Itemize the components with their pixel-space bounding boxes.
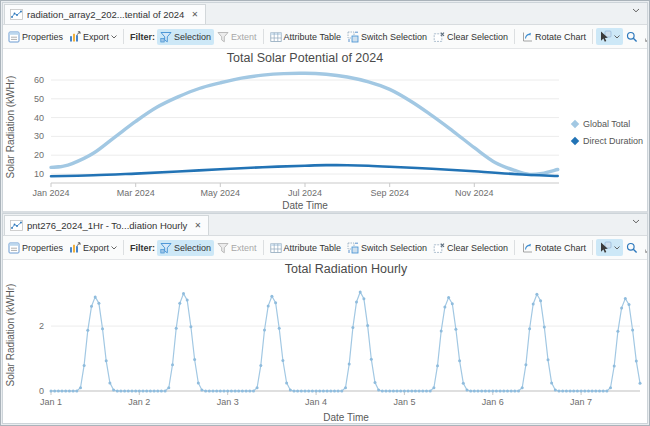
data-point-marker: [510, 390, 513, 393]
data-point-marker: [370, 358, 373, 361]
x-tick-label: Jan 3: [217, 397, 239, 407]
data-point-marker: [123, 390, 126, 393]
rotate-chart-icon: [521, 242, 533, 254]
chevron-down-icon[interactable]: [632, 219, 640, 224]
data-point-marker: [149, 390, 152, 393]
data-point-marker: [145, 390, 148, 393]
close-icon[interactable]: ✕: [194, 221, 201, 230]
expand-arrows-icon: [644, 242, 647, 254]
rotate-chart-button[interactable]: Rotate Chart: [518, 29, 589, 45]
data-point-marker: [414, 390, 417, 393]
data-point-marker: [116, 390, 119, 393]
attribute-table-button[interactable]: Attribute Table: [267, 29, 344, 45]
data-point-marker: [226, 390, 229, 393]
filter-selection-button[interactable]: Selection: [157, 29, 214, 45]
y-tick-label: 0: [39, 386, 44, 396]
data-point-marker: [532, 303, 535, 306]
data-point-marker: [234, 390, 237, 393]
data-point-marker: [469, 390, 472, 393]
y-tick-label: 30: [34, 131, 44, 141]
attribute-table-button[interactable]: Attribute Table: [267, 240, 344, 256]
data-point-marker: [293, 390, 296, 393]
toolbar-separator: [123, 240, 124, 255]
data-point-marker: [337, 390, 340, 393]
data-point-marker: [554, 389, 557, 392]
data-point-marker: [466, 389, 469, 392]
data-point-marker: [344, 386, 347, 389]
zoom-mode-button[interactable]: [623, 240, 641, 256]
data-point-marker: [477, 390, 480, 393]
data-point-marker: [326, 390, 329, 393]
clear-selection-icon: [433, 31, 445, 43]
properties-button[interactable]: Properties: [5, 240, 66, 256]
export-icon: [69, 31, 81, 43]
zoom-mode-button[interactable]: [623, 29, 641, 45]
y-tick-label: 20: [34, 150, 44, 160]
data-point-marker: [403, 390, 406, 393]
data-point-marker: [267, 304, 270, 307]
switch-selection-icon: [347, 31, 359, 43]
switch-selection-button[interactable]: Switch Selection: [344, 240, 430, 256]
close-icon[interactable]: ✕: [191, 10, 198, 19]
clear-selection-button[interactable]: Clear Selection: [430, 240, 511, 256]
export-button[interactable]: Export: [66, 240, 120, 256]
data-point-marker: [580, 390, 583, 393]
data-point-marker: [407, 390, 410, 393]
data-point-marker: [256, 386, 259, 389]
data-point-marker: [396, 390, 399, 393]
rotate-chart-button[interactable]: Rotate Chart: [518, 240, 589, 256]
extent-funnel-icon: [217, 242, 229, 254]
legend-item-direct-duration[interactable]: Direct Duration: [572, 136, 643, 146]
data-point-marker: [274, 301, 277, 304]
data-point-marker: [499, 390, 502, 393]
chevron-down-icon[interactable]: [632, 8, 640, 13]
filter-selection-button[interactable]: Selection: [157, 240, 214, 256]
data-point-marker: [635, 360, 638, 363]
data-point-marker: [270, 295, 273, 298]
data-point-marker: [454, 328, 457, 331]
legend-item-global-total[interactable]: Global Total: [572, 119, 643, 129]
select-mode-button[interactable]: [596, 28, 623, 45]
data-point-marker: [50, 390, 53, 393]
toolbar-separator: [123, 29, 124, 44]
data-point-marker: [591, 390, 594, 393]
data-point-marker: [186, 299, 189, 302]
data-point-marker: [237, 390, 240, 393]
data-point-marker: [410, 390, 413, 393]
filter-extent-button[interactable]: Extent: [214, 29, 260, 45]
switch-selection-button[interactable]: Switch Selection: [344, 29, 430, 45]
data-point-marker: [569, 390, 572, 393]
full-extent-button[interactable]: [641, 29, 647, 45]
data-point-marker: [79, 386, 82, 389]
clear-selection-button[interactable]: Clear Selection: [430, 29, 511, 45]
series-line: [51, 73, 558, 174]
data-point-marker: [219, 390, 222, 393]
solar-potential-chart[interactable]: 102030405060Jan 2024Mar 2024May 2024Jul …: [3, 49, 647, 211]
select-mode-button[interactable]: [596, 239, 623, 256]
filter-label: Filter:: [127, 243, 157, 253]
x-tick-label: Jan 4: [305, 397, 327, 407]
chart-tab-icon: [10, 9, 23, 20]
data-point-marker: [547, 358, 550, 361]
tab-radiation-hourly[interactable]: pnt276_2024_1Hr - To...diation Hourly ✕: [4, 215, 209, 235]
chart-pane-radiation-hourly: pnt276_2024_1Hr - To...diation Hourly ✕ …: [2, 213, 648, 424]
data-point-marker: [212, 390, 215, 393]
export-button[interactable]: Export: [66, 29, 120, 45]
data-point-marker: [362, 297, 365, 300]
data-point-marker: [524, 363, 527, 366]
full-extent-button[interactable]: [641, 240, 647, 256]
tab-solar-potential[interactable]: radiation_array2_202...tential of 2024 ✕: [4, 4, 206, 24]
filter-extent-button[interactable]: Extent: [214, 240, 260, 256]
properties-button[interactable]: Properties: [5, 29, 66, 45]
expand-arrows-icon: [644, 31, 647, 43]
chart-toolbar: Properties Export Filter: Selection Exte…: [3, 236, 647, 260]
data-point-marker: [488, 390, 491, 393]
solar-potential-chart-area: 102030405060Jan 2024Mar 2024May 2024Jul …: [3, 49, 647, 211]
data-point-marker: [399, 390, 402, 393]
data-point-marker: [616, 330, 619, 333]
data-point-marker: [142, 390, 145, 393]
radiation-hourly-chart[interactable]: 02Jan 1Jan 2Jan 3Jan 4Jan 5Jan 6Jan 7Tot…: [3, 260, 647, 423]
chart-title: Total Solar Potential of 2024: [227, 51, 383, 65]
data-point-marker: [348, 363, 351, 366]
chart-title: Total Radiation Hourly: [285, 262, 408, 276]
